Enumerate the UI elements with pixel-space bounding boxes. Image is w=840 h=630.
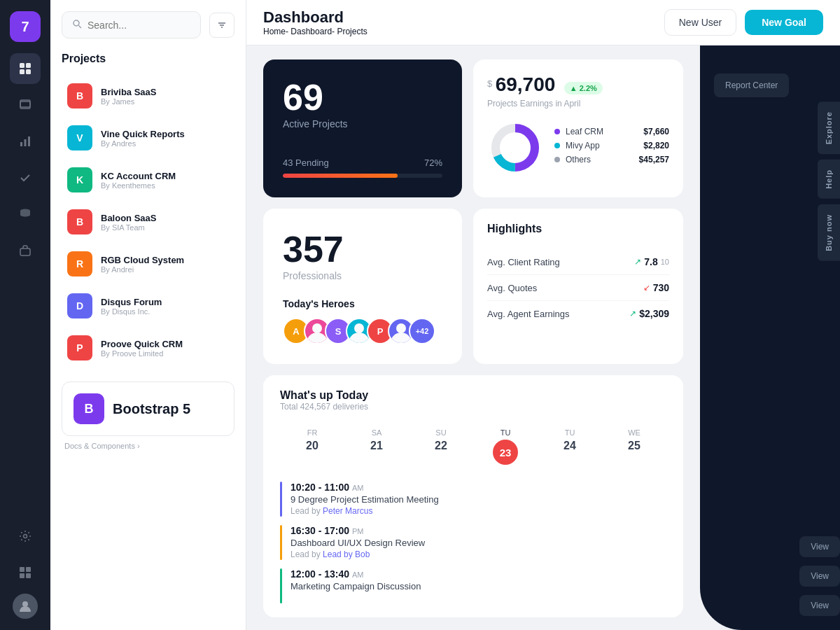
report-center-button[interactable]: Report Center <box>714 74 789 97</box>
event-title: 9 Degree Project Estimation Meeting <box>290 494 666 505</box>
view-button-1[interactable]: View <box>799 536 840 557</box>
event-content: 12:00 - 13:40 AM Marketing Campaign Disc… <box>290 568 666 592</box>
highlight-max: 10 <box>661 258 669 266</box>
right-tabs-col: Explore Help Buy now <box>818 102 840 264</box>
new-user-button[interactable]: New User <box>664 9 736 36</box>
earnings-chart-row: Leaf CRM $7,660 Mivy App $2,820 <box>487 120 669 176</box>
filter-button[interactable] <box>209 13 234 38</box>
highlights-card: Highlights Avg. Client Rating ↗ 7.8 10 A… <box>473 209 683 364</box>
cal-day-22[interactable]: Su 22 <box>409 423 473 470</box>
highlight-num: 7.8 <box>644 256 657 267</box>
legend-dot <box>554 129 560 134</box>
sidebar-icon-grid2[interactable] <box>10 557 41 588</box>
new-goal-button[interactable]: New Goal <box>745 10 823 35</box>
trend-up-icon: ↗ <box>634 257 641 267</box>
project-logo: P <box>67 335 92 360</box>
heroes-label: Today's Heroes <box>283 298 442 309</box>
event-ampm: AM <box>352 570 364 579</box>
progress-bar <box>283 174 442 178</box>
hero-avatar-more: +42 <box>409 318 435 344</box>
highlight-num: 730 <box>653 282 669 293</box>
highlight-row-rating: Avg. Client Rating ↗ 7.8 10 <box>487 249 669 275</box>
active-label: Active Projects <box>283 118 442 130</box>
sidebar-icon-stack[interactable] <box>10 199 41 230</box>
svg-point-27 <box>396 323 406 333</box>
pending-pct: 72% <box>424 158 442 168</box>
event-item-2: 16:30 - 17:00 PM Dashboard UI/UX Design … <box>280 525 666 560</box>
highlight-value: ↙ 730 <box>643 282 669 293</box>
svg-rect-13 <box>26 567 31 572</box>
project-info: KC Account CRM By Keenthemes <box>101 171 229 190</box>
search-input[interactable] <box>88 20 190 31</box>
help-tab[interactable]: Help <box>818 160 840 199</box>
project-name: Briviba SaaS <box>101 87 229 97</box>
sidebar-user-avatar[interactable] <box>13 594 38 619</box>
project-info: RGB Cloud System By Andrei <box>101 255 229 274</box>
project-logo: K <box>67 167 92 192</box>
legend-dot <box>554 143 560 148</box>
currency-symbol: $ <box>487 78 492 89</box>
whatsup-header: What's up Today Total 424,567 deliveries <box>280 389 666 412</box>
lead-link[interactable]: Lead by Bob <box>323 550 370 559</box>
sidebar-icon-chart[interactable] <box>10 126 41 157</box>
event-content: 10:20 - 11:00 AM 9 Degree Project Estima… <box>290 482 666 516</box>
sidebar-icon-settings[interactable] <box>10 521 41 552</box>
cal-day-25[interactable]: We 25 <box>602 423 666 470</box>
svg-rect-14 <box>20 573 24 578</box>
prof-count: 357 <box>283 228 442 270</box>
cal-day-23[interactable]: Tu 23 <box>473 423 538 470</box>
cal-day-21[interactable]: Sa 21 <box>344 423 409 470</box>
project-item[interactable]: B Baloon SaaS By SIA Team <box>62 202 234 241</box>
cal-day-num: 23 <box>493 440 518 465</box>
legend-label: Others <box>566 155 591 164</box>
pending-label: 43 Pending <box>283 158 329 168</box>
right-dark-panel: Report Center View View View Explore Hel… <box>700 46 840 630</box>
bootstrap-banner: B Bootstrap 5 <box>62 382 234 436</box>
explore-tab[interactable]: Explore <box>818 102 840 154</box>
bootstrap-logo: B <box>74 393 104 424</box>
sidebar-icon-layers[interactable] <box>10 90 41 120</box>
project-item[interactable]: P Proove Quick CRM By Proove Limited <box>62 328 234 368</box>
sidebar: 7 <box>0 0 50 630</box>
pending-row: 43 Pending 72% <box>283 158 442 168</box>
project-item[interactable]: B Briviba SaaS By James <box>62 76 234 115</box>
buynow-tab[interactable]: Buy now <box>818 204 840 261</box>
cal-day-name: Fr <box>283 428 342 437</box>
project-item[interactable]: D Disqus Forum By Disqus Inc. <box>62 286 234 326</box>
view-button-3[interactable]: View <box>799 595 840 616</box>
project-item[interactable]: K KC Account CRM By Keenthemes <box>62 160 234 200</box>
project-item[interactable]: V Vine Quick Reports By Andres <box>62 118 234 158</box>
search-row <box>62 11 234 38</box>
cal-day-num: 22 <box>412 440 470 452</box>
sidebar-bottom <box>10 521 41 619</box>
highlight-value: ↗ 7.8 10 <box>634 256 669 267</box>
view-button-2[interactable]: View <box>799 566 840 587</box>
cal-day-name: Su <box>412 428 470 437</box>
cal-day-num: 21 <box>347 440 406 452</box>
lead-link[interactable]: Peter Marcus <box>323 506 372 516</box>
cal-day-24[interactable]: Tu 24 <box>538 423 602 470</box>
project-item[interactable]: R RGB Cloud System By Andrei <box>62 244 234 284</box>
search-wrapper <box>62 11 201 38</box>
svg-rect-3 <box>26 69 31 74</box>
cal-day-num: 24 <box>540 440 599 452</box>
trend-down-icon: ↙ <box>643 283 650 293</box>
project-by: By Keenthemes <box>101 181 229 190</box>
events-list: 10:20 - 11:00 AM 9 Degree Project Estima… <box>280 482 666 603</box>
project-name: Disqus Forum <box>101 297 229 307</box>
svg-point-11 <box>24 535 27 538</box>
sidebar-icon-grid[interactable] <box>10 53 41 84</box>
heroes-section: Today's Heroes A S P <box>283 298 442 344</box>
project-info: Briviba SaaS By James <box>101 87 229 106</box>
cal-day-20[interactable]: Fr 20 <box>280 423 344 470</box>
svg-rect-12 <box>20 567 24 572</box>
center-content: 69 Active Projects 43 Pending 72% <box>246 46 700 630</box>
highlight-row-earnings: Avg. Agent Earnings ↗ $2,309 <box>487 301 669 326</box>
sidebar-icon-briefcase[interactable] <box>10 235 41 266</box>
project-name: Vine Quick Reports <box>101 129 229 139</box>
docs-link[interactable]: Docs & Components › <box>62 442 234 450</box>
project-info: Baloon SaaS By SIA Team <box>101 213 229 232</box>
whatsup-title: What's up Today <box>280 389 666 402</box>
sidebar-icon-check[interactable] <box>10 162 41 193</box>
prof-label: Professionals <box>283 270 442 281</box>
